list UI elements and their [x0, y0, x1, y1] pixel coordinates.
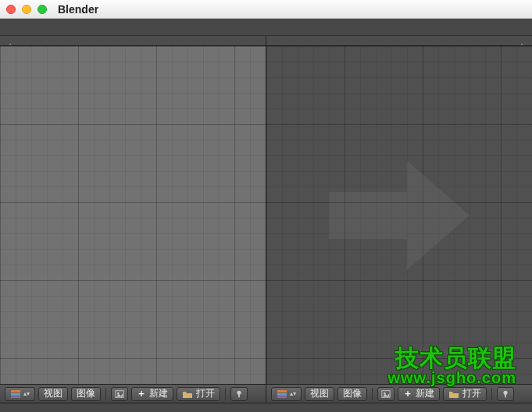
open-image-button[interactable]: 打开: [177, 387, 220, 401]
right-editor-tabstrip: +: [266, 36, 532, 45]
folder-icon: [182, 389, 193, 399]
window-title: Blender: [58, 3, 98, 16]
open-label: 打开: [462, 387, 481, 400]
open-image-button[interactable]: 打开: [443, 387, 487, 401]
svg-rect-3: [11, 396, 20, 398]
svg-rect-2: [11, 393, 20, 396]
svg-rect-7: [238, 394, 240, 397]
left-editor: +: [0, 36, 266, 384]
pin-icon: [501, 389, 510, 399]
new-image-button[interactable]: ＋ 新建: [398, 387, 440, 401]
editor-type-selector[interactable]: ▴▾: [271, 387, 302, 401]
uv-editor-icon: [277, 389, 287, 399]
open-label: 打开: [196, 387, 215, 400]
svg-rect-14: [505, 394, 506, 397]
workspace-area: + +: [0, 36, 532, 384]
uv-editor-icon: [10, 389, 21, 399]
svg-point-12: [384, 392, 386, 394]
window-controls: [6, 5, 47, 14]
plus-icon: ＋: [403, 387, 412, 400]
arrow-overlay: [321, 153, 477, 278]
right-viewport[interactable]: [266, 45, 532, 384]
bottom-info-bar[interactable]: [0, 403, 532, 412]
maximize-window-button[interactable]: [37, 5, 47, 14]
view-menu[interactable]: 视图: [305, 387, 334, 401]
svg-rect-1: [11, 390, 20, 392]
right-editor: +: [266, 36, 532, 384]
top-info-bar[interactable]: [0, 19, 532, 36]
plus-icon: ＋: [137, 387, 146, 400]
image-menu[interactable]: 图像: [71, 387, 101, 401]
image-menu[interactable]: 图像: [337, 387, 367, 401]
chevron-updown-icon: ▴▾: [23, 390, 30, 397]
right-editor-header: ▴▾ 视图 图像 ＋ 新建 打开: [266, 384, 532, 403]
svg-marker-0: [329, 161, 470, 270]
svg-rect-10: [277, 396, 287, 398]
image-icon: [115, 389, 124, 399]
svg-point-5: [117, 392, 120, 394]
view-menu[interactable]: 视图: [38, 387, 68, 401]
pin-button[interactable]: [230, 387, 248, 401]
new-label: 新建: [149, 387, 168, 400]
window-titlebar: Blender: [0, 0, 532, 19]
pin-icon: [234, 389, 244, 399]
svg-rect-8: [277, 390, 287, 392]
editor-type-selector[interactable]: ▴▾: [5, 387, 35, 401]
left-editor-tabstrip: +: [0, 36, 266, 45]
image-browse-button[interactable]: [377, 387, 395, 401]
separator: [225, 388, 226, 400]
separator: [105, 388, 106, 400]
separator: [491, 388, 492, 400]
image-browse-button[interactable]: [111, 387, 128, 401]
pin-button[interactable]: [497, 387, 514, 401]
folder-icon: [448, 389, 459, 399]
chevron-updown-icon: ▴▾: [290, 390, 296, 397]
image-icon: [381, 389, 391, 399]
left-editor-header: ▴▾ 视图 图像 ＋ 新建 打开: [0, 384, 266, 403]
svg-rect-9: [277, 393, 287, 396]
left-viewport[interactable]: [0, 45, 266, 384]
separator: [372, 388, 373, 400]
close-window-button[interactable]: [6, 5, 16, 14]
new-image-button[interactable]: ＋ 新建: [131, 387, 173, 401]
new-label: 新建: [416, 387, 434, 400]
minimize-window-button[interactable]: [22, 5, 31, 14]
